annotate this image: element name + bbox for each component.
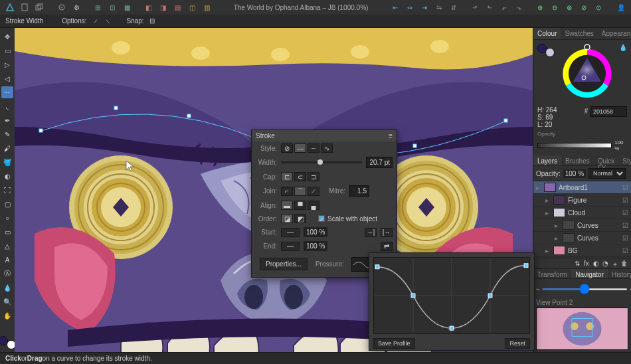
shape-triangle-tool-icon[interactable]: △ [1, 240, 13, 252]
tab-swatches[interactable]: Swatches [561, 28, 597, 39]
order-backward-icon[interactable]: ⬐ [498, 1, 510, 13]
flip-v-icon[interactable]: ⇵ [448, 1, 460, 13]
shape-rect-tool-icon[interactable]: ▢ [1, 198, 13, 210]
zoom-slider[interactable] [542, 288, 628, 290]
mitre-input[interactable] [349, 185, 369, 197]
tab-quickfx[interactable]: Quick FX [594, 155, 619, 165]
tab-history[interactable]: History [608, 269, 631, 278]
visibility-icon[interactable]: ☑ [622, 184, 628, 191]
bool-intersect-icon[interactable]: ⊗ [563, 1, 575, 13]
layer-arrange-icon[interactable]: ⇅ [575, 260, 583, 268]
order-back-icon[interactable]: ⬎ [513, 1, 525, 13]
zoom-tool-icon[interactable]: 🔍 [1, 296, 13, 308]
blend-mode-select[interactable]: Normal [588, 168, 626, 179]
opacity-slider[interactable] [537, 143, 612, 148]
cap-square-icon[interactable]: ⊐ [308, 172, 319, 181]
start-arrow-select[interactable]: — [281, 228, 300, 237]
selection-tool-icon[interactable]: ▷ [1, 58, 13, 70]
width-input[interactable] [366, 157, 393, 168]
style-brush-icon[interactable]: ∿ [321, 143, 333, 153]
text-frame-tool-icon[interactable]: Ⓐ [1, 268, 13, 280]
corner-tool-icon[interactable]: ◟ [1, 100, 13, 112]
app-logo-icon[interactable] [4, 1, 16, 13]
arrange-2-icon[interactable]: ◨ [157, 1, 169, 13]
tab-navigator[interactable]: Navigator [571, 269, 608, 278]
width-tool-icon[interactable]: 〰 [1, 86, 13, 98]
style-none-icon[interactable]: ⊘ [281, 143, 293, 153]
start-pct[interactable]: 100 % [304, 227, 327, 237]
layer-row[interactable]: ▸Curves☑ [533, 219, 631, 232]
order-front-icon[interactable]: ⬏ [469, 1, 481, 13]
file-icon[interactable] [19, 1, 31, 13]
layer-row[interactable]: ▸Figure☑ [533, 194, 631, 207]
gear-icon[interactable]: ⚙ [70, 1, 82, 13]
swap-arrows-icon[interactable]: ⇄ [381, 242, 393, 251]
bool-add-icon[interactable]: ⊕ [534, 1, 546, 13]
visibility-icon[interactable]: ☑ [622, 234, 628, 242]
order-behind-icon[interactable]: ◪ [281, 214, 293, 223]
align-right-icon[interactable]: ⇥ [418, 1, 430, 13]
scale-checkbox[interactable]: ✓ [318, 215, 325, 222]
color-wheel[interactable] [557, 44, 617, 104]
snap-guides-icon[interactable]: ⊡ [106, 1, 118, 13]
align-outside-icon[interactable]: ▄ [308, 201, 319, 210]
hex-input[interactable] [590, 106, 627, 117]
layer-mask-icon[interactable]: ◐ [593, 260, 601, 268]
arrange-3-icon[interactable]: ▤ [171, 1, 183, 13]
prefs-icon[interactable] [56, 1, 68, 13]
join-miter-icon[interactable]: ⌐ [281, 187, 293, 196]
account-icon[interactable]: 👤 [615, 1, 627, 13]
visibility-icon[interactable]: ☑ [622, 222, 628, 229]
opt-1-icon[interactable]: ⟋ [92, 17, 99, 25]
layer-opacity-value[interactable]: 100 % [563, 169, 586, 178]
tab-colour[interactable]: Colour [533, 28, 561, 39]
cap-butt-icon[interactable]: ⊏ [281, 172, 293, 181]
arrange-1-icon[interactable]: ◧ [142, 1, 154, 13]
style-solid-icon[interactable]: — [294, 143, 306, 153]
pencil-tool-icon[interactable]: ✎ [1, 128, 13, 140]
order-front-icon[interactable]: ◩ [294, 214, 306, 223]
snap-grid-icon[interactable]: ⊞ [92, 1, 104, 13]
eyedropper-tool-icon[interactable]: 💧 [1, 282, 13, 294]
zoom-out-icon[interactable]: − [536, 286, 540, 293]
arrange-4-icon[interactable]: ◫ [186, 1, 198, 13]
tab-brushes[interactable]: Brushes [561, 155, 594, 165]
align-center-icon[interactable]: ⇔ [404, 1, 416, 13]
end-arrow-select[interactable]: — [281, 242, 300, 251]
crop-tool-icon[interactable]: ⛶ [1, 184, 13, 196]
visibility-icon[interactable]: ☑ [622, 247, 628, 254]
eyedropper-icon[interactable]: 💧 [619, 44, 627, 51]
tab-transform[interactable]: Transform [533, 269, 571, 278]
text-tool-icon[interactable]: A [1, 254, 13, 266]
bool-xor-icon[interactable]: ⊘ [578, 1, 590, 13]
curve-graph[interactable] [373, 257, 530, 334]
join-bevel-icon[interactable]: ⟋ [308, 187, 319, 196]
layers-toggle-icon[interactable] [33, 1, 45, 13]
arrange-5-icon[interactable]: ▥ [201, 1, 213, 13]
fill-tool-icon[interactable]: 🪣 [1, 156, 13, 168]
brush-tool-icon[interactable]: 🖌 [1, 142, 13, 154]
layer-add-icon[interactable]: ＋ [612, 260, 620, 268]
layer-row[interactable]: ▸Artboard1☑ [533, 181, 631, 194]
join-round-icon[interactable]: ⌒ [294, 187, 306, 196]
style-dash-icon[interactable]: ┄ [308, 143, 319, 153]
layer-row[interactable]: ▸Curves☑ [533, 232, 631, 244]
navigator-preview[interactable] [536, 308, 628, 350]
node-tool-icon[interactable]: ◁ [1, 72, 13, 84]
pen-tool-icon[interactable]: ✒ [1, 114, 13, 126]
arrow-place-1-icon[interactable]: →| [365, 228, 377, 237]
layer-adjust-icon[interactable]: ◔ [602, 260, 610, 268]
tab-appearance[interactable]: Appearance [598, 28, 631, 39]
reset-button[interactable]: Reset [505, 338, 530, 349]
end-pct[interactable]: 100 % [304, 241, 327, 251]
align-inside-icon[interactable]: ▀ [294, 201, 306, 210]
shape-ellipse-tool-icon[interactable]: ○ [1, 212, 13, 224]
visibility-icon[interactable]: ☑ [622, 197, 628, 204]
panel-swatches[interactable] [537, 44, 555, 57]
artboard-tool-icon[interactable]: ▭ [1, 45, 13, 56]
bool-divide-icon[interactable]: ⊙ [592, 1, 604, 13]
layer-row[interactable]: ▸BG☑ [533, 244, 631, 257]
layer-fx-icon[interactable]: fx [584, 260, 592, 268]
layer-row[interactable]: ▸Cloud☑ [533, 207, 631, 219]
tab-styles[interactable]: Styles [618, 155, 631, 165]
